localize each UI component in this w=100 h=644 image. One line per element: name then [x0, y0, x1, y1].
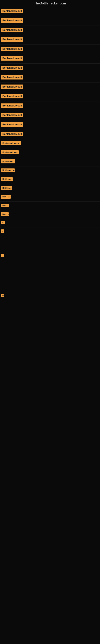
list-item: Bottleneck r — [0, 193, 100, 202]
bottleneck-badge[interactable]: Bo — [1, 294, 4, 297]
list-item: Bottleneck result — [0, 130, 100, 139]
list-item: Bottleneck res — [0, 148, 100, 158]
bottleneck-badge[interactable]: Bottleneck result — [1, 122, 23, 127]
bottleneck-badge[interactable]: | — [1, 230, 4, 233]
bottleneck-badge[interactable]: Bottleneck — [1, 160, 15, 164]
gap-spacer — [0, 236, 100, 252]
list-item: Bottleneck result — [0, 16, 100, 26]
list-item: B — [0, 219, 100, 228]
list-item: Bottleneck result — [0, 82, 100, 92]
list-item: Bottleneck result — [0, 35, 100, 45]
list-item: Bottleneck result — [0, 111, 100, 120]
list-item: Bottleneck — [0, 210, 100, 219]
bottleneck-badge[interactable]: Bottleneck res — [1, 150, 19, 154]
bottleneck-badge[interactable]: Bottle — [1, 204, 9, 207]
list-item: Bottleneck result — [0, 45, 100, 54]
bottleneck-badge[interactable]: Bottleneck — [1, 212, 9, 216]
bottleneck-badge[interactable]: Bottleneck result — [1, 37, 23, 42]
bottleneck-badge[interactable]: Bottleneck result — [1, 94, 23, 98]
list-item: Bottleneck resul — [0, 139, 100, 148]
bottleneck-badge[interactable]: Bottleneck result — [1, 18, 23, 23]
gap-spacer-2 — [0, 260, 100, 276]
bottleneck-badge[interactable]: B — [1, 221, 5, 224]
gap-spacer-3 — [0, 276, 100, 292]
bottleneck-badge[interactable]: Bottleneck result — [1, 28, 23, 32]
list-item: Bo — [0, 292, 100, 300]
bottleneck-badge[interactable]: Bottleneck — [1, 186, 12, 190]
bottleneck-badge[interactable]: Bottleneck result — [1, 75, 23, 80]
list-item: | — [0, 228, 100, 236]
bottleneck-badge[interactable]: Bottleneck result — [1, 84, 23, 89]
bottleneck-badge[interactable]: Bottleneck result — [1, 9, 23, 13]
bottleneck-badge[interactable]: Bottleneck resul — [1, 141, 21, 145]
list-item: Bottleneck result — [0, 120, 100, 130]
list-item: Bottleneck — [0, 184, 100, 193]
bottleneck-badge[interactable]: Bottleneck res — [1, 168, 15, 172]
bottleneck-badge[interactable]: Bottleneck result — [1, 66, 23, 70]
list-item: Bottleneck result — [0, 92, 100, 102]
list-item: Bottleneck res — [0, 166, 100, 175]
bottleneck-badge[interactable]: Bottleneck result — [1, 56, 23, 60]
list-item: Bottleneck — [0, 175, 100, 184]
site-title: TheBottlenecker.com — [0, 0, 100, 7]
list-item: Bottleneck result — [0, 54, 100, 64]
bottleneck-badge[interactable]: Bottleneck r — [1, 195, 11, 199]
bottleneck-badge[interactable]: Bottleneck result — [1, 132, 23, 136]
bottleneck-badge[interactable]: Bottleneck — [1, 177, 13, 181]
rows-container: Bottleneck resultBottleneck resultBottle… — [0, 7, 100, 300]
bottleneck-badge[interactable]: Bottleneck result — [1, 47, 23, 51]
list-item: Bottleneck result — [0, 64, 100, 73]
list-item: Bottleneck result — [0, 73, 100, 82]
list-item: Bottleneck result — [0, 26, 100, 35]
bottleneck-badge[interactable]: Bottleneck result — [1, 113, 23, 117]
list-item — [0, 252, 100, 260]
list-item: Bottleneck result — [0, 7, 100, 16]
bottleneck-badge[interactable]: Bottleneck result — [1, 104, 23, 108]
site-title-container: TheBottlenecker.com — [0, 0, 100, 7]
list-item: Bottle — [0, 202, 100, 210]
list-item: Bottleneck — [0, 158, 100, 166]
bottleneck-badge[interactable] — [1, 254, 4, 257]
list-item: Bottleneck result — [0, 102, 100, 111]
